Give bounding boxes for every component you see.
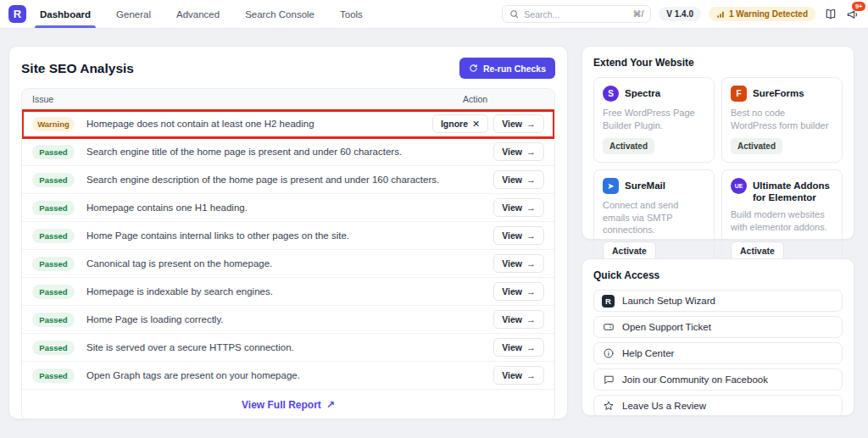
docs-book-icon[interactable]: [823, 7, 837, 21]
table-row: PassedCanonical tag is present on the ho…: [22, 250, 554, 278]
row-actions: View→: [493, 142, 544, 161]
plugin-name: SureMail: [625, 178, 665, 191]
quick-access-item-launch-setup-wizard[interactable]: RLaunch Setup Wizard: [593, 290, 843, 312]
status-badge: Passed: [32, 285, 75, 299]
view-label: View: [502, 147, 522, 157]
arrow-right-icon: →: [526, 119, 536, 129]
topbar: R DashboardGeneralAdvancedSearch Console…: [0, 0, 868, 29]
app-logo[interactable]: R: [8, 5, 26, 23]
table-row: PassedHome Page is loading correctly.Vie…: [22, 306, 554, 334]
refresh-icon: [469, 64, 478, 73]
status-badge: Passed: [32, 173, 75, 187]
row-actions: View→: [493, 366, 544, 385]
tab-search-console[interactable]: Search Console: [245, 0, 314, 28]
row-actions: View→: [493, 170, 544, 189]
uae-icon: UE: [731, 178, 747, 194]
view-label: View: [502, 230, 522, 241]
row-actions: View→: [493, 226, 544, 245]
row-actions: View→: [493, 254, 544, 273]
activate-button[interactable]: Activate: [603, 241, 656, 260]
table-header: Issue Action: [22, 89, 554, 110]
page-title: Site SEO Analysis: [21, 61, 134, 76]
table-row: PassedHomepage is indexable by search en…: [22, 278, 554, 306]
issue-text: Site is served over a secure HTTPS conne…: [86, 342, 493, 352]
announcements-megaphone-icon[interactable]: 9+: [845, 7, 860, 21]
plugin-footer: Activated: [603, 137, 705, 154]
view-button[interactable]: View→: [493, 310, 544, 329]
view-button[interactable]: View→: [493, 254, 544, 273]
notification-count-badge: 9+: [852, 2, 865, 11]
search-input[interactable]: Search... ⌘/: [502, 5, 651, 23]
status-badge: Passed: [32, 369, 75, 383]
quick-access-label: Help Center: [622, 348, 674, 358]
tab-tools[interactable]: Tools: [340, 0, 363, 28]
plugin-description: Build modern websites with elementor add…: [731, 208, 833, 236]
ticket-icon: [602, 321, 615, 334]
arrow-right-icon: →: [526, 370, 536, 380]
plugin-description: Best no code WordPress form builder: [731, 107, 833, 132]
arrow-right-icon: →: [526, 147, 536, 157]
table-row: PassedOpen Graph tags are present on you…: [22, 362, 554, 390]
tab-advanced[interactable]: Advanced: [176, 0, 220, 28]
issue-text: Open Graph tags are present on your home…: [86, 370, 493, 380]
ignore-button[interactable]: Ignore✕: [432, 114, 488, 133]
signal-bars-icon: [716, 10, 725, 19]
activate-button[interactable]: Activate: [731, 241, 784, 260]
extend-your-website-panel: Extend Your Website SSpectraFree WordPre…: [581, 46, 854, 240]
sureforms-icon: F: [731, 86, 747, 102]
row-actions: View→: [493, 198, 544, 217]
plugin-card-spectra: SSpectraFree WordPress Page Builder Plug…: [593, 77, 715, 163]
view-full-report-link[interactable]: View Full Report ↗: [242, 399, 335, 411]
plugin-name: Ultimate Addons for Elementor: [753, 178, 833, 204]
view-button[interactable]: View→: [493, 338, 544, 357]
table-body: WarningHomepage does not contain at leas…: [22, 110, 554, 390]
view-button[interactable]: View→: [493, 170, 544, 189]
arrow-right-icon: →: [526, 175, 536, 185]
view-button[interactable]: View→: [493, 282, 544, 301]
view-label: View: [502, 342, 522, 352]
arrow-right-icon: →: [526, 258, 536, 269]
view-button[interactable]: View→: [493, 366, 544, 385]
plugin-description: Free WordPress Page Builder Plugin.: [603, 107, 705, 132]
view-button[interactable]: View→: [493, 226, 544, 245]
rerun-checks-button[interactable]: Re-run Checks: [459, 58, 555, 79]
view-label: View: [502, 119, 522, 129]
quick-access-item-help-center[interactable]: Help Center: [593, 342, 843, 364]
table-row: PassedSearch engine title of the home pa…: [22, 138, 554, 166]
plugin-header: UEUltimate Addons for Elementor: [731, 178, 833, 204]
plugin-header: FSureForms: [731, 86, 833, 102]
status-badge: Passed: [32, 341, 75, 355]
external-link-icon: ↗: [326, 399, 335, 411]
plugin-card-suremail: ➤SureMailConnect and send emails via SMT…: [593, 169, 715, 269]
view-label: View: [502, 175, 522, 185]
quick-access-item-leave-us-a-review[interactable]: Leave Us a Review: [593, 395, 843, 417]
search-shortcut: ⌘/: [633, 9, 644, 19]
tab-dashboard[interactable]: Dashboard: [40, 0, 91, 28]
view-label: View: [502, 286, 522, 297]
activated-badge: Activated: [603, 138, 654, 154]
plugin-header: SSpectra: [603, 86, 705, 102]
table-row: PassedHomepage contains one H1 heading.V…: [22, 194, 554, 222]
warning-detected-label: 1 Warning Detected: [729, 9, 808, 19]
view-button[interactable]: View→: [493, 198, 544, 217]
view-button[interactable]: View→: [493, 114, 544, 133]
arrow-right-icon: →: [526, 286, 536, 297]
plugin-grid: SSpectraFree WordPress Page Builder Plug…: [593, 77, 843, 230]
quick-access-item-open-support-ticket[interactable]: Open Support Ticket: [593, 316, 843, 338]
quick-access-list: RLaunch Setup WizardOpen Support TicketH…: [593, 290, 843, 417]
spectra-icon: S: [603, 86, 619, 102]
plugin-footer: Activated: [731, 137, 833, 154]
arrow-right-icon: →: [526, 314, 536, 324]
logo-glyph: R: [602, 295, 615, 308]
tab-general[interactable]: General: [116, 0, 151, 28]
view-label: View: [502, 202, 522, 213]
quick-access-item-join-our-community-on-facebook[interactable]: Join our Community on Facebook: [593, 369, 843, 391]
view-full-report-label: View Full Report: [242, 399, 321, 411]
status-badge: Passed: [32, 145, 75, 159]
view-button[interactable]: View→: [493, 142, 544, 161]
rerun-checks-label: Re-run Checks: [483, 64, 546, 74]
issue-text: Search engine description of the home pa…: [86, 175, 493, 185]
warning-detected-badge[interactable]: 1 Warning Detected: [709, 7, 815, 21]
view-label: View: [502, 370, 522, 380]
quick-access-title: Quick Access: [593, 269, 843, 281]
